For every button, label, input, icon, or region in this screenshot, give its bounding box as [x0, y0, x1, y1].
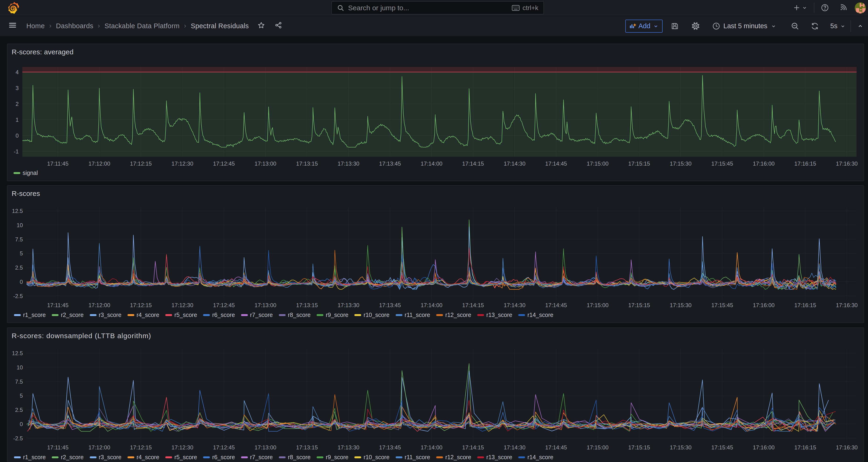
- svg-text:17:11:45: 17:11:45: [47, 302, 68, 308]
- svg-text:3: 3: [16, 85, 19, 91]
- svg-text:17:15:15: 17:15:15: [628, 444, 650, 451]
- svg-text:0: 0: [20, 421, 23, 427]
- svg-text:17:15:15: 17:15:15: [628, 302, 650, 308]
- svg-text:17:14:15: 17:14:15: [462, 160, 484, 167]
- svg-text:17:12:15: 17:12:15: [130, 160, 152, 167]
- svg-text:10: 10: [17, 364, 23, 371]
- svg-text:17:14:30: 17:14:30: [504, 302, 525, 308]
- svg-text:17:14:45: 17:14:45: [545, 444, 567, 451]
- svg-text:17:12:45: 17:12:45: [213, 302, 235, 308]
- svg-text:12.5: 12.5: [12, 350, 23, 356]
- svg-text:17:15:30: 17:15:30: [670, 160, 691, 167]
- svg-text:17:12:15: 17:12:15: [130, 302, 152, 308]
- svg-text:-2.5: -2.5: [13, 293, 23, 299]
- svg-text:10: 10: [17, 222, 23, 228]
- svg-text:17:11:45: 17:11:45: [47, 444, 68, 451]
- svg-text:17:16:00: 17:16:00: [753, 302, 775, 308]
- svg-text:17:15:30: 17:15:30: [670, 444, 691, 451]
- svg-text:5: 5: [20, 250, 23, 256]
- svg-text:2.5: 2.5: [15, 407, 23, 413]
- svg-text:17:13:30: 17:13:30: [338, 302, 359, 308]
- svg-text:17:15:00: 17:15:00: [587, 302, 609, 308]
- svg-text:17:13:30: 17:13:30: [338, 160, 359, 167]
- svg-text:17:11:45: 17:11:45: [47, 160, 68, 167]
- svg-text:-2.5: -2.5: [13, 435, 23, 441]
- svg-text:17:14:00: 17:14:00: [421, 160, 442, 167]
- svg-text:17:12:30: 17:12:30: [172, 160, 193, 167]
- svg-text:7.5: 7.5: [15, 236, 23, 243]
- svg-text:17:13:45: 17:13:45: [379, 444, 401, 451]
- svg-text:17:12:30: 17:12:30: [172, 302, 193, 308]
- svg-text:17:16:00: 17:16:00: [753, 444, 775, 451]
- svg-text:5: 5: [20, 393, 23, 399]
- svg-text:17:14:00: 17:14:00: [421, 444, 442, 451]
- svg-text:17:13:30: 17:13:30: [338, 444, 359, 451]
- svg-text:17:16:30: 17:16:30: [836, 302, 858, 308]
- svg-text:0: 0: [20, 279, 23, 285]
- svg-text:17:15:15: 17:15:15: [628, 160, 650, 167]
- svg-text:17:12:00: 17:12:00: [88, 160, 110, 167]
- svg-text:17:12:00: 17:12:00: [88, 444, 110, 451]
- svg-text:17:15:00: 17:15:00: [587, 160, 609, 167]
- svg-text:17:12:45: 17:12:45: [213, 160, 235, 167]
- svg-text:17:16:30: 17:16:30: [836, 160, 858, 167]
- svg-text:1: 1: [16, 117, 19, 123]
- svg-text:17:13:15: 17:13:15: [296, 160, 318, 167]
- svg-text:17:16:30: 17:16:30: [836, 444, 858, 451]
- svg-text:17:13:00: 17:13:00: [255, 160, 276, 167]
- svg-text:17:15:45: 17:15:45: [711, 444, 733, 451]
- svg-text:17:16:15: 17:16:15: [794, 160, 816, 167]
- svg-text:17:12:45: 17:12:45: [213, 444, 235, 451]
- svg-text:17:16:00: 17:16:00: [753, 160, 775, 167]
- svg-text:17:13:45: 17:13:45: [379, 302, 401, 308]
- svg-text:17:12:15: 17:12:15: [130, 444, 152, 451]
- svg-text:0: 0: [16, 132, 19, 139]
- svg-text:17:15:45: 17:15:45: [711, 160, 733, 167]
- svg-text:17:15:00: 17:15:00: [587, 444, 609, 451]
- svg-text:12.5: 12.5: [12, 208, 23, 214]
- svg-text:17:15:30: 17:15:30: [670, 302, 691, 308]
- svg-text:17:13:00: 17:13:00: [255, 444, 276, 451]
- svg-text:7.5: 7.5: [15, 378, 23, 385]
- svg-text:17:12:30: 17:12:30: [172, 444, 193, 451]
- svg-text:17:14:45: 17:14:45: [545, 160, 567, 167]
- svg-text:17:16:15: 17:16:15: [794, 444, 816, 451]
- svg-text:17:15:45: 17:15:45: [711, 302, 733, 308]
- svg-text:2: 2: [16, 101, 19, 107]
- svg-text:17:14:30: 17:14:30: [504, 444, 525, 451]
- svg-text:17:14:15: 17:14:15: [462, 302, 484, 308]
- svg-text:17:14:15: 17:14:15: [462, 444, 484, 451]
- svg-text:-1: -1: [14, 148, 19, 155]
- svg-text:17:14:45: 17:14:45: [545, 302, 567, 308]
- svg-text:4: 4: [16, 69, 19, 75]
- svg-text:17:14:30: 17:14:30: [504, 160, 525, 167]
- svg-text:17:13:45: 17:13:45: [379, 160, 401, 167]
- svg-text:2.5: 2.5: [15, 265, 23, 271]
- svg-text:17:14:00: 17:14:00: [421, 302, 442, 308]
- svg-text:17:13:15: 17:13:15: [296, 444, 318, 451]
- svg-text:17:12:00: 17:12:00: [88, 302, 110, 308]
- svg-text:17:16:15: 17:16:15: [794, 302, 816, 308]
- svg-text:17:13:00: 17:13:00: [255, 302, 276, 308]
- svg-text:17:13:15: 17:13:15: [296, 302, 318, 308]
